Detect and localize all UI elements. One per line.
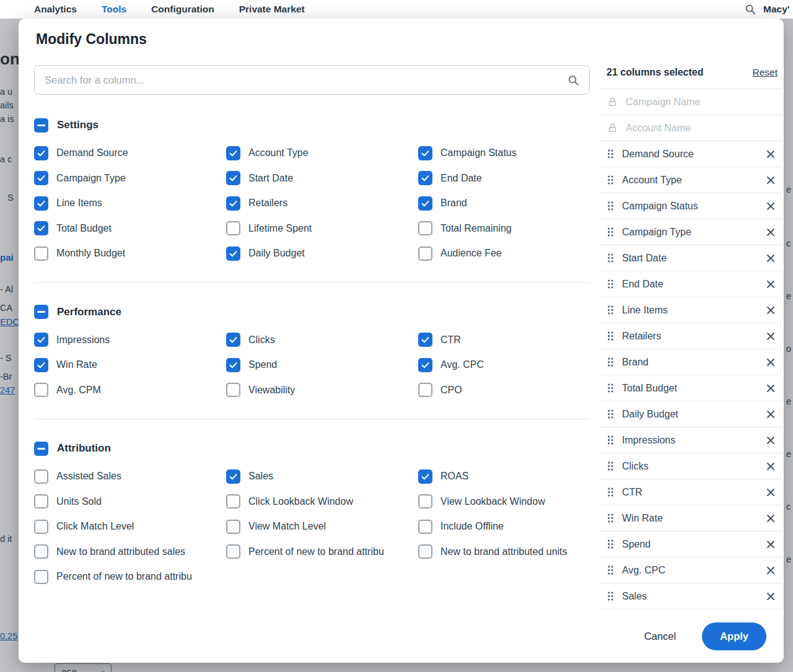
checkbox-checked[interactable]	[418, 196, 432, 211]
drag-handle-icon[interactable]	[607, 409, 614, 419]
column-option-include-offline[interactable]: Include Offline	[418, 514, 598, 539]
column-option-avg-cpm[interactable]: Avg. CPM	[34, 378, 226, 403]
drag-handle-icon[interactable]	[607, 383, 614, 393]
nav-item-private-market[interactable]: Private Market	[239, 4, 305, 15]
checkbox-unchecked[interactable]	[418, 494, 432, 508]
remove-column-button[interactable]	[764, 199, 778, 213]
drag-handle-icon[interactable]	[607, 201, 614, 211]
checkbox-unchecked[interactable]	[34, 247, 48, 261]
column-option-percent-of-new-to-brand-attribu[interactable]: Percent of new to brand attribu	[226, 539, 418, 565]
drag-handle-icon[interactable]	[607, 149, 614, 159]
drag-handle-icon[interactable]	[607, 461, 614, 471]
column-option-cpo[interactable]: CPO	[418, 378, 598, 403]
checkbox-unchecked[interactable]	[226, 544, 240, 559]
reset-button[interactable]: Reset	[749, 66, 782, 79]
column-option-monthly-budget[interactable]: Monthly Budget	[34, 241, 226, 266]
column-option-ctr[interactable]: CTR	[418, 328, 598, 353]
apply-button[interactable]: Apply	[702, 622, 766, 650]
remove-column-button[interactable]	[764, 251, 778, 265]
checkbox-checked[interactable]	[34, 358, 48, 372]
column-option-new-to-brand-attributed-sales[interactable]: New to brand attributed sales	[34, 539, 226, 565]
checkbox-indeterminate[interactable]	[34, 118, 48, 133]
column-option-line-items[interactable]: Line Items	[34, 191, 226, 216]
account-menu[interactable]: Macy'	[763, 4, 793, 15]
checkbox-unchecked[interactable]	[226, 494, 240, 508]
column-option-view-lookback-window[interactable]: View Lookback Window	[418, 489, 598, 515]
remove-column-button[interactable]	[764, 225, 778, 239]
drag-handle-icon[interactable]	[607, 565, 614, 575]
checkbox-checked[interactable]	[418, 146, 432, 160]
column-option-avg-cpc[interactable]: Avg. CPC	[418, 352, 598, 378]
column-option-campaign-type[interactable]: Campaign Type	[34, 166, 226, 191]
drag-handle-icon[interactable]	[607, 305, 614, 315]
checkbox-unchecked[interactable]	[34, 469, 48, 484]
remove-column-button[interactable]	[764, 590, 778, 603]
remove-column-button[interactable]	[764, 277, 778, 291]
drag-handle-icon[interactable]	[607, 513, 614, 523]
column-option-view-match-level[interactable]: View Match Level	[226, 514, 418, 539]
column-option-total-remaining[interactable]: Total Remaining	[418, 216, 598, 242]
column-option-spend[interactable]: Spend	[226, 352, 418, 378]
checkbox-unchecked[interactable]	[226, 383, 240, 397]
cancel-button[interactable]: Cancel	[641, 630, 680, 643]
nav-item-analytics[interactable]: Analytics	[34, 4, 77, 15]
checkbox-checked[interactable]	[418, 333, 432, 347]
column-option-lifetime-spent[interactable]: Lifetime Spent	[226, 216, 418, 242]
column-option-click-lookback-window[interactable]: Click Lookback Window	[226, 489, 418, 515]
checkbox-unchecked[interactable]	[418, 247, 432, 261]
column-option-daily-budget[interactable]: Daily Budget	[226, 241, 418, 266]
remove-column-button[interactable]	[764, 173, 778, 187]
checkbox-checked[interactable]	[226, 146, 240, 160]
checkbox-checked[interactable]	[418, 469, 432, 484]
checkbox-unchecked[interactable]	[34, 383, 48, 397]
column-option-viewability[interactable]: Viewability	[226, 378, 418, 403]
checkbox-unchecked[interactable]	[34, 494, 48, 508]
remove-column-button[interactable]	[764, 512, 778, 525]
drag-handle-icon[interactable]	[607, 227, 614, 237]
checkbox-indeterminate[interactable]	[34, 442, 48, 456]
column-search-input[interactable]	[43, 74, 567, 87]
column-option-account-type[interactable]: Account Type	[226, 141, 418, 166]
checkbox-checked[interactable]	[34, 146, 48, 160]
checkbox-unchecked[interactable]	[34, 544, 48, 559]
checkbox-checked[interactable]	[226, 333, 240, 347]
column-option-roas[interactable]: ROAS	[418, 464, 598, 489]
column-option-demand-source[interactable]: Demand Source	[34, 141, 226, 166]
checkbox-checked[interactable]	[34, 171, 48, 185]
checkbox-unchecked[interactable]	[418, 383, 432, 397]
checkbox-checked[interactable]	[418, 358, 432, 372]
remove-column-button[interactable]	[764, 434, 778, 447]
nav-item-tools[interactable]: Tools	[102, 4, 126, 15]
checkbox-unchecked[interactable]	[418, 544, 432, 559]
checkbox-unchecked[interactable]	[34, 520, 48, 534]
column-option-click-match-level[interactable]: Click Match Level	[34, 514, 226, 539]
checkbox-unchecked[interactable]	[34, 570, 48, 584]
drag-handle-icon[interactable]	[607, 591, 614, 601]
drag-handle-icon[interactable]	[607, 331, 614, 341]
remove-column-button[interactable]	[764, 460, 778, 473]
checkbox-checked[interactable]	[418, 171, 432, 185]
checkbox-checked[interactable]	[226, 358, 240, 372]
checkbox-checked[interactable]	[34, 221, 48, 235]
column-option-new-to-brand-attributed-units[interactable]: New to brand attributed units	[418, 539, 598, 565]
column-option-clicks[interactable]: Clicks	[226, 328, 418, 353]
checkbox-unchecked[interactable]	[226, 520, 240, 534]
column-option-brand[interactable]: Brand	[418, 191, 598, 216]
remove-column-button[interactable]	[764, 486, 778, 499]
checkbox-unchecked[interactable]	[418, 520, 432, 534]
drag-handle-icon[interactable]	[607, 539, 614, 549]
drag-handle-icon[interactable]	[607, 175, 614, 185]
checkbox-checked[interactable]	[226, 171, 240, 185]
drag-handle-icon[interactable]	[607, 435, 614, 445]
column-option-retailers[interactable]: Retailers	[226, 191, 418, 216]
column-option-assisted-sales[interactable]: Assisted Sales	[34, 464, 226, 489]
checkbox-checked[interactable]	[226, 196, 240, 211]
drag-handle-icon[interactable]	[607, 253, 614, 263]
column-option-audience-fee[interactable]: Audience Fee	[418, 241, 598, 266]
column-option-campaign-status[interactable]: Campaign Status	[418, 141, 598, 166]
checkbox-indeterminate[interactable]	[34, 305, 48, 319]
remove-column-button[interactable]	[764, 329, 778, 343]
column-option-total-budget[interactable]: Total Budget	[34, 216, 226, 242]
checkbox-checked[interactable]	[226, 469, 240, 484]
checkbox-checked[interactable]	[34, 333, 48, 347]
